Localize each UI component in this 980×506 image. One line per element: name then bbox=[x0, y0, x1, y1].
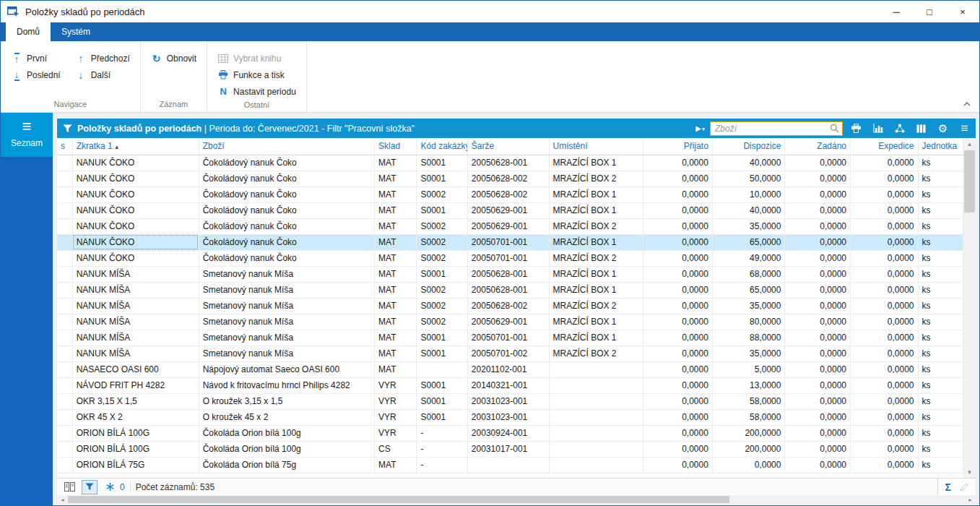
functions-print-button[interactable]: Funkce a tisk bbox=[214, 67, 299, 83]
table-row[interactable]: NANUK MÍŠASmetanový nanuk MíšaMATS000120… bbox=[57, 330, 963, 346]
table-row[interactable]: ORION BÍLÁ 100GČokoláda Orion bílá 100gC… bbox=[57, 441, 963, 457]
table-row[interactable]: NANUK ČOKOČokoládový nanuk ČokoMATS00012… bbox=[57, 171, 963, 186]
relations-count-button[interactable] bbox=[103, 480, 117, 494]
title-bar: Položky skladů po periodách ─ □ × bbox=[1, 1, 979, 22]
table-row[interactable]: OKR 3,15 X 1,5O kroužek 3,15 x 1,5VYRS00… bbox=[57, 393, 963, 409]
tab-domu[interactable]: Domů bbox=[6, 22, 51, 41]
panel-menu-button[interactable]: ≡ bbox=[956, 121, 973, 137]
columns-toolbar-button[interactable] bbox=[913, 121, 929, 137]
column-header-umisteni[interactable]: Umístění bbox=[549, 138, 643, 155]
cell-s bbox=[57, 155, 72, 171]
horizontal-scroll-thumb[interactable] bbox=[68, 496, 729, 503]
scroll-down-button[interactable]: ▼ bbox=[963, 466, 976, 478]
scroll-right-button[interactable]: ► bbox=[965, 497, 976, 502]
run-query-button[interactable]: ▶ ▾ bbox=[695, 125, 705, 132]
column-header-zbozi[interactable]: Zboží bbox=[199, 138, 374, 155]
cell-zkratka1: NANUK ČOKO bbox=[72, 202, 199, 218]
vertical-scrollbar[interactable]: ▲ ▼ bbox=[963, 138, 976, 478]
table-row[interactable]: ORION BÍLÁ 75GČokoláda Orion bílá 75gMAT… bbox=[57, 457, 963, 473]
column-header-jednotka[interactable]: Jednotka bbox=[918, 138, 963, 155]
relations-toolbar-button[interactable] bbox=[891, 121, 908, 137]
cell-zadano: 0,0000 bbox=[785, 218, 851, 234]
status-bar: 0 Počet záznamů: 535 Σ bbox=[57, 478, 976, 495]
table-row[interactable]: NANUK ČOKOČokoládový nanuk ČokoMATS00022… bbox=[57, 218, 963, 234]
table-row[interactable]: NANUK ČOKOČokoládový nanuk ČokoMATS00022… bbox=[57, 250, 963, 266]
cell-expedice: 0,0000 bbox=[851, 218, 919, 234]
printer-icon bbox=[851, 124, 862, 133]
table-row[interactable]: NÁVOD FRIT PH 4282Návod k fritovacímu hr… bbox=[57, 377, 963, 393]
scroll-up-button[interactable]: ▲ bbox=[963, 138, 976, 150]
cell-umisteni bbox=[549, 409, 643, 425]
cell-sarze: 20031017-001 bbox=[467, 441, 549, 457]
table-row[interactable]: NASAECO OASI 600Nápojový automat Saeco O… bbox=[57, 361, 963, 377]
search-icon[interactable] bbox=[830, 124, 839, 133]
minimize-button[interactable]: ─ bbox=[880, 1, 913, 22]
detail-view-button[interactable] bbox=[62, 480, 77, 494]
table-row[interactable]: NANUK MÍŠASmetanový nanuk MíšaMATS000120… bbox=[57, 346, 963, 361]
collapse-ribbon-button[interactable] bbox=[963, 98, 971, 108]
table-row[interactable]: NANUK ČOKOČokoládový nanuk ČokoMATS00012… bbox=[57, 155, 963, 171]
chart-toolbar-button[interactable] bbox=[870, 121, 886, 137]
cell-zkratka1: NASAECO OASI 600 bbox=[72, 361, 199, 377]
menu-icon[interactable]: ≡ bbox=[22, 120, 32, 133]
sidebar-item-seznam[interactable]: ≡ Seznam bbox=[1, 113, 53, 157]
column-header-prijato[interactable]: Přijato bbox=[643, 138, 713, 155]
column-header-s[interactable]: s bbox=[57, 138, 72, 155]
record-count: Počet záznamů: 535 bbox=[136, 482, 214, 492]
previous-button[interactable]: ↑ Předchozí bbox=[72, 53, 133, 64]
column-header-dispozice[interactable]: Dispozice bbox=[712, 138, 785, 155]
cell-expedice: 0,0000 bbox=[851, 171, 919, 186]
close-button[interactable]: × bbox=[946, 1, 979, 22]
cell-kod-zakazky: S0001 bbox=[417, 155, 467, 171]
scroll-left-button[interactable]: ◄ bbox=[57, 497, 68, 502]
set-period-label: Nastavit periodu bbox=[233, 87, 296, 97]
cell-prijato: 0,0000 bbox=[643, 377, 713, 393]
column-header-sklad[interactable]: Sklad bbox=[375, 138, 417, 155]
table-row[interactable]: NANUK ČOKOČokoládový nanuk ČokoMATS00022… bbox=[57, 186, 963, 202]
print-icon bbox=[217, 70, 229, 80]
table-row[interactable]: NANUK MÍŠASmetanový nanuk MíšaMATS000220… bbox=[57, 282, 963, 298]
table-row[interactable]: OKR 45 X 2O kroužek 45 x 2VYRS0001200310… bbox=[57, 409, 963, 425]
column-header-expedice[interactable]: Expedice bbox=[851, 138, 919, 155]
cell-kod-zakazky bbox=[417, 361, 467, 377]
settings-toolbar-button[interactable]: ⚙ bbox=[935, 121, 951, 137]
sum-button[interactable]: Σ bbox=[945, 482, 951, 492]
vertical-scroll-thumb[interactable] bbox=[964, 150, 975, 213]
column-header-zkratka1[interactable]: Zkratka 1 ▲ bbox=[72, 138, 199, 155]
cell-prijato: 0,0000 bbox=[643, 250, 713, 266]
table-row[interactable]: NANUK MÍŠASmetanový nanuk MíšaMATS000220… bbox=[57, 298, 963, 314]
cell-umisteni: MRAZÍCÍ BOX 1 bbox=[549, 266, 643, 282]
column-header-sarze[interactable]: Šarže bbox=[467, 138, 549, 155]
functions-print-label: Funkce a tisk bbox=[233, 70, 285, 80]
table-row[interactable]: NANUK ČOKOČokoládový nanuk ČokoMATS00022… bbox=[57, 234, 963, 250]
horizontal-scrollbar[interactable]: ◄ ► bbox=[57, 495, 976, 504]
filter-toggle-button[interactable] bbox=[82, 480, 97, 494]
cell-kod-zakazky: - bbox=[417, 441, 467, 457]
records-table: sZkratka 1 ▲ZbožíSkladKód zakázkyŠaržeUm… bbox=[57, 138, 963, 473]
tab-system[interactable]: Systém bbox=[51, 22, 101, 41]
print-toolbar-button[interactable] bbox=[848, 121, 864, 137]
edit-button[interactable] bbox=[960, 483, 968, 492]
cell-s bbox=[57, 266, 72, 282]
search-input[interactable] bbox=[712, 124, 830, 134]
next-button[interactable]: ↓ Další bbox=[72, 70, 133, 80]
cell-zkratka1: NANUK ČOKO bbox=[72, 186, 199, 202]
column-header-zadano[interactable]: Zadáno bbox=[785, 138, 851, 155]
table-row[interactable]: NANUK MÍŠASmetanový nanuk MíšaMATS000220… bbox=[57, 314, 963, 330]
table-row[interactable]: ORION BÍLÁ 100GČokoláda Orion bílá 100gV… bbox=[57, 425, 963, 441]
last-button[interactable]: ↓ Poslední bbox=[8, 69, 64, 81]
column-header-kod-zakazky[interactable]: Kód zakázky bbox=[417, 138, 467, 155]
ribbon-group-navigace: ↑ První ↑ Předchozí ↓ Poslední ↓ Další N… bbox=[1, 41, 141, 112]
select-book-button[interactable]: Vybrat knihu bbox=[214, 50, 299, 67]
table-row[interactable]: NANUK MÍŠASmetanový nanuk MíšaMATS000120… bbox=[57, 266, 963, 282]
cell-sklad: MAT bbox=[375, 361, 417, 377]
cell-zadano: 0,0000 bbox=[785, 234, 851, 250]
set-period-button[interactable]: N Nastavit periodu bbox=[214, 83, 299, 100]
table-row[interactable]: NANUK ČOKOČokoládový nanuk ČokoMATS00012… bbox=[57, 202, 963, 218]
maximize-button[interactable]: □ bbox=[913, 1, 946, 22]
first-button[interactable]: ↑ První bbox=[8, 53, 64, 64]
table-wrap: sZkratka 1 ▲ZbožíSkladKód zakázkyŠaržeUm… bbox=[57, 138, 963, 478]
refresh-button[interactable]: ↻ Obnovit bbox=[148, 50, 199, 67]
cell-sklad: MAT bbox=[375, 234, 417, 250]
cell-dispozice: 35,0000 bbox=[712, 346, 785, 361]
